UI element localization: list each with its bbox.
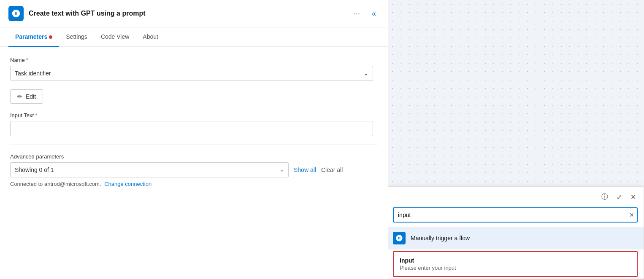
right-panel: ⓘ ⤢ ✕ ✕ Manually trigger a flow Input Pl… [388,0,644,279]
result-subtitle: Please enter your input [400,265,631,271]
name-field-group: Name* Task identifier ⌄ [10,57,378,81]
tab-parameters[interactable]: Parameters [8,27,59,47]
change-connection-link[interactable]: Change connection [104,181,152,187]
advanced-select[interactable]: Showing 0 of 1 ⌄ [10,162,289,177]
connection-row: Connected to antrod@microsoft.com. Chang… [10,181,378,187]
edit-button[interactable]: ✏ Edit [10,89,43,104]
required-star: * [26,57,28,63]
name-label: Name* [10,57,378,63]
advanced-chevron-icon: ⌄ [280,167,284,173]
show-all-button[interactable]: Show all [294,166,316,173]
panel-content: Name* Task identifier ⌄ ✏ Edit Input Tex… [0,47,388,279]
more-options-button[interactable]: ··· [350,8,363,20]
tab-about[interactable]: About [136,27,165,47]
result-title: Input [400,257,631,264]
expand-button[interactable]: ⤢ [615,191,624,203]
search-row: ✕ [388,203,644,227]
panel-title: Create text with GPT using a prompt [29,10,345,17]
advanced-row: Showing 0 of 1 ⌄ Show all Clear all [10,162,378,177]
tab-settings[interactable]: Settings [59,27,94,47]
trigger-icon [393,232,406,244]
trigger-item[interactable]: Manually trigger a flow [388,227,644,249]
close-button[interactable]: ✕ [629,191,638,203]
header-actions: ··· « [350,8,379,20]
panel-header: Create text with GPT using a prompt ··· … [0,0,388,27]
pencil-icon: ✏ [17,93,22,100]
advanced-label: Advanced parameters [10,153,378,160]
tab-dot [49,35,52,39]
input-text-input[interactable] [10,121,373,136]
left-panel: Create text with GPT using a prompt ··· … [0,0,388,279]
clear-all-button[interactable]: Clear all [321,166,343,173]
input-text-label: Input Text* [10,112,378,118]
trigger-label: Manually trigger a flow [411,235,470,241]
search-clear-button[interactable]: ✕ [629,212,634,218]
search-input[interactable] [393,207,638,223]
popover-header: ⓘ ⤢ ✕ [388,187,644,203]
popover: ⓘ ⤢ ✕ ✕ Manually trigger a flow Input Pl… [388,186,644,279]
result-item[interactable]: Input Please enter your input [393,251,638,277]
collapse-button[interactable]: « [368,8,379,20]
tabs-container: Parameters Settings Code View About [0,27,388,47]
logo-icon [11,9,21,18]
name-select[interactable]: Task identifier ⌄ [10,66,373,81]
divider [10,145,378,145]
required-star-2: * [35,112,37,118]
trigger-icon-svg [395,234,403,242]
tab-codeview[interactable]: Code View [94,27,136,47]
chevron-down-icon: ⌄ [363,70,368,77]
info-button[interactable]: ⓘ [600,191,610,203]
app-logo [8,6,24,21]
input-text-field-group: Input Text* [10,112,378,136]
